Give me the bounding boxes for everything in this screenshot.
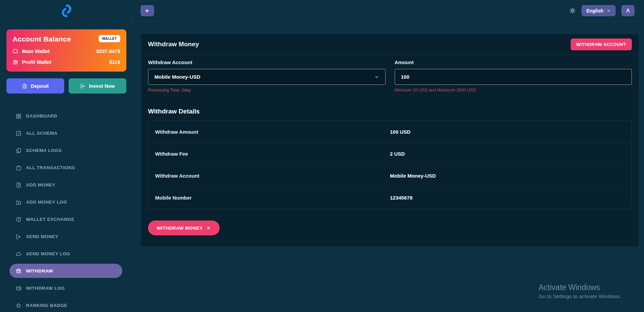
briefcase-icon <box>16 165 22 171</box>
sidebar-item-send-money-log[interactable]: SEND MONEY LOG <box>0 245 133 262</box>
card-header: Withdraw Money WITHDRAW ACCOUNT <box>141 34 639 55</box>
detail-value: 2 USD <box>390 151 405 157</box>
detail-value: 100 USD <box>390 129 411 135</box>
detail-value: 12345678 <box>390 195 413 201</box>
sidebar-item-add-money[interactable]: ADD MONEY <box>0 176 133 193</box>
profit-wallet-value: $110 <box>109 59 120 65</box>
file-plus-icon <box>16 182 22 188</box>
sidebar-header <box>0 0 133 22</box>
bank-icon <box>16 268 22 274</box>
sidebar-item-schema-logs[interactable]: SCHEMA LOGS <box>0 142 133 159</box>
amount-field: Amount Minimum 20 USD and Maximum 2000 U… <box>395 59 632 93</box>
detail-label: Mobile Number <box>155 195 390 201</box>
sidebar-item-label: ADD MONEY <box>26 182 55 187</box>
credit-card-icon <box>16 285 22 291</box>
brand-logo-icon[interactable] <box>59 3 74 19</box>
profit-wallet-row: Profit Wallet $110 <box>13 59 120 65</box>
deposit-label: Deposit <box>31 83 49 89</box>
page-title: Withdraw Money <box>148 41 199 48</box>
star-icon <box>16 303 22 309</box>
sidebar-item-withdraw-log[interactable]: WITHDRAW LOG <box>0 280 133 297</box>
windows-activation-watermark: Activate Windows Go to Settings to activ… <box>539 283 621 300</box>
sidebar-item-label: WITHDRAW <box>26 268 53 274</box>
arrow-left-icon <box>144 8 150 14</box>
sidebar-item-send-money[interactable]: SEND MONEY <box>0 228 133 245</box>
chevron-down-icon <box>606 8 611 13</box>
sidebar-item-ranking-badge[interactable]: RANKING BADGE <box>0 297 133 312</box>
main-wallet-row: Main Wallet $537.9475 <box>13 48 120 54</box>
wallet-icon <box>13 48 18 54</box>
sidebar: Account Balance WALLET Main Wallet $537.… <box>0 0 133 312</box>
exchange-icon <box>16 216 22 223</box>
arrow-export-icon <box>80 83 85 89</box>
table-row: Withdraw Account Mobile Money-USD <box>148 165 631 187</box>
account-balance-card: Account Balance WALLET Main Wallet $537.… <box>6 29 126 72</box>
profit-wallet-label: Profit Wallet <box>22 59 51 65</box>
withdraw-money-card: Withdraw Money WITHDRAW ACCOUNT Withdraw… <box>141 34 639 246</box>
wallet-badge: WALLET <box>99 35 120 42</box>
withdraw-details-table: Withdraw Amount 100 USD Withdraw Fee 2 U… <box>148 121 632 209</box>
card-body: Withdraw Account Mobile Money-USD Proces… <box>141 55 639 235</box>
sidebar-item-label: WALLET EXCHANGE <box>26 217 74 222</box>
sidebar-item-all-transactions[interactable]: ALL TRANSACTIONS <box>0 159 133 176</box>
bank-icon <box>13 59 18 65</box>
grid-icon <box>16 113 22 119</box>
invest-now-label: Invest Now <box>89 83 115 89</box>
topbar: English <box>133 0 644 22</box>
content-area: Withdraw Money WITHDRAW ACCOUNT Withdraw… <box>133 22 644 312</box>
profile-button[interactable] <box>621 5 635 16</box>
withdraw-money-button[interactable]: WITHDRAW MONEY <box>148 220 220 235</box>
sidebar-item-label: WITHDRAW LOG <box>26 286 65 291</box>
double-chevron-right-icon <box>206 226 211 230</box>
sidebar-item-all-schema[interactable]: ALL SCHEMA <box>0 125 133 142</box>
theme-toggle-sun-icon[interactable] <box>569 7 576 14</box>
amount-limits-helper: Minimum 20 USD and Maximum 2000 USD <box>395 88 632 93</box>
sidebar-item-label: ALL TRANSACTIONS <box>26 165 75 170</box>
detail-label: Withdraw Fee <box>155 151 390 157</box>
language-selector[interactable]: English <box>581 5 616 16</box>
cloud-icon <box>16 251 22 257</box>
withdraw-account-button[interactable]: WITHDRAW ACCOUNT <box>571 38 632 50</box>
main-wallet-label: Main Wallet <box>22 48 50 54</box>
withdraw-account-field: Withdraw Account Mobile Money-USD Proces… <box>148 59 386 93</box>
amount-label: Amount <box>395 59 632 65</box>
sidebar-item-label: SEND MONEY <box>26 234 58 239</box>
sidebar-item-withdraw[interactable]: WITHDRAW <box>9 264 122 278</box>
detail-label: Withdraw Account <box>155 173 390 179</box>
file-plus-icon <box>22 83 27 89</box>
back-button[interactable] <box>141 5 154 16</box>
invest-now-button[interactable]: Invest Now <box>69 78 126 94</box>
watermark-subtitle: Go to Settings to activate Windows. <box>539 293 621 300</box>
withdraw-form: Withdraw Account Mobile Money-USD Proces… <box>148 59 632 93</box>
processing-time-helper: Processing Time: 2day <box>148 88 386 93</box>
language-label: English <box>586 8 603 14</box>
amount-input[interactable] <box>395 69 632 85</box>
copy-icon <box>16 148 22 154</box>
withdraw-account-label: Withdraw Account <box>148 59 386 65</box>
sidebar-item-label: RANKING BADGE <box>26 303 67 308</box>
send-icon <box>16 234 22 240</box>
chevron-down-icon <box>374 75 379 79</box>
table-row: Mobile Number 12345678 <box>148 187 631 209</box>
watermark-title: Activate Windows <box>539 283 621 292</box>
sidebar-item-wallet-exchange[interactable]: WALLET EXCHANGE <box>0 211 133 228</box>
sidebar-item-dashboard[interactable]: DASHBOARD <box>0 107 133 125</box>
main-area: English Withdraw Money WITHDRAW A <box>133 0 644 312</box>
person-icon <box>625 8 631 14</box>
sidebar-item-label: SCHEMA LOGS <box>26 148 62 153</box>
sidebar-item-label: ADD MONEY LOG <box>26 200 67 205</box>
deposit-button[interactable]: Deposit <box>6 78 64 94</box>
sidebar-item-label: DASHBOARD <box>26 113 57 119</box>
check-square-icon <box>16 130 22 136</box>
wallet-actions: Deposit Invest Now <box>6 78 126 94</box>
table-row: Withdraw Fee 2 USD <box>148 143 631 165</box>
withdraw-account-selected-value: Mobile Money-USD <box>154 74 200 80</box>
withdraw-money-label: WITHDRAW MONEY <box>157 226 203 231</box>
folder-plus-icon <box>16 199 22 205</box>
detail-label: Withdraw Amount <box>155 129 390 135</box>
withdraw-account-select[interactable]: Mobile Money-USD <box>148 69 386 85</box>
main-wallet-value: $537.9475 <box>96 48 120 54</box>
sidebar-nav: DASHBOARD ALL SCHEMA SCHEMA LOGS <box>0 107 133 312</box>
sidebar-item-label: ALL SCHEMA <box>26 131 57 136</box>
sidebar-item-add-money-log[interactable]: ADD MONEY LOG <box>0 193 133 211</box>
